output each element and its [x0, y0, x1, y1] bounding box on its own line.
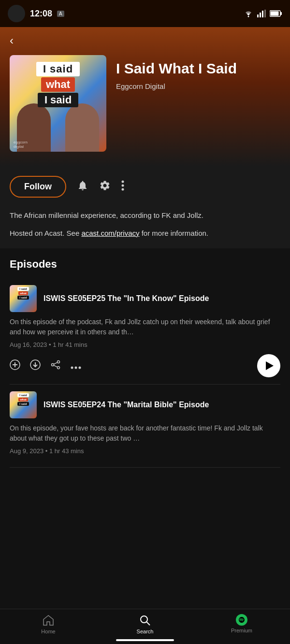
share-icon — [50, 359, 61, 370]
search-nav-icon — [139, 614, 151, 627]
podcast-creator: Eggcorn Digital — [116, 82, 280, 90]
podcast-cover: I said what I said eggcorndigital — [10, 55, 106, 152]
signal-icon — [257, 10, 266, 17]
episode-sep: • — [49, 341, 53, 348]
episode-duration: 1 hr 41 mins — [53, 341, 87, 348]
nav-item-home[interactable]: Home — [29, 614, 68, 634]
cover-watermark: eggcorndigital — [14, 140, 28, 149]
svg-point-22 — [75, 366, 77, 369]
episode-date: Aug 16, 2023 — [10, 341, 47, 348]
episode-item: I said what I said ISWIS SE05EP24 The "M… — [10, 385, 280, 468]
episode-description: On this episode, your fave hosts are bac… — [10, 423, 280, 444]
nav-item-premium[interactable]: Premium — [222, 614, 261, 634]
svg-point-17 — [52, 363, 54, 366]
episode-title: ISWIS SE05EP24 The "Marital Bible" Episo… — [44, 400, 280, 410]
bell-icon — [77, 180, 88, 191]
share-episode-button[interactable] — [50, 359, 61, 372]
svg-line-20 — [54, 365, 57, 367]
wifi-icon — [244, 10, 253, 17]
episode-meta: Aug 9, 2023 • 1 hr 43 mins — [10, 447, 280, 455]
episode-action-left — [10, 359, 81, 372]
svg-point-21 — [71, 366, 73, 369]
download-episode-button[interactable] — [30, 359, 41, 372]
status-avatar — [8, 5, 25, 22]
episodes-title: Episodes — [10, 258, 280, 271]
cover-text-line2: what — [41, 77, 75, 92]
svg-line-19 — [54, 362, 57, 364]
svg-point-0 — [248, 16, 249, 17]
play-episode-button[interactable] — [257, 354, 280, 377]
follow-button[interactable]: Follow — [10, 176, 66, 198]
download-icon — [30, 359, 41, 370]
svg-point-8 — [122, 180, 124, 183]
cover-figure-right — [65, 103, 99, 152]
episodes-section: Episodes I said what I said ISWIS SE05EP… — [0, 248, 290, 516]
svg-rect-6 — [280, 12, 282, 15]
episode-thumb: I said what I said — [10, 285, 37, 312]
hosted-suffix: for more information. — [139, 229, 208, 237]
svg-point-18 — [58, 366, 60, 369]
episode-top: I said what I said ISWIS SE05EP24 The "M… — [10, 391, 280, 418]
gear-icon — [99, 180, 111, 191]
episode-description: On this episode of the podcast, Fk and J… — [10, 317, 280, 337]
description-hosted: Hosted on Acast. See acast.com/privacy f… — [10, 228, 280, 239]
podcast-info: I said what I said eggcorndigital I Said… — [10, 55, 280, 152]
podcast-header: ‹ I said what I said eggcorndigital I Sa… — [0, 27, 290, 166]
episode-actions — [10, 354, 280, 377]
svg-rect-3 — [262, 11, 263, 17]
svg-point-9 — [122, 184, 124, 186]
more-options-button[interactable] — [121, 180, 124, 194]
svg-point-16 — [58, 360, 60, 363]
nav-item-search[interactable]: Search — [126, 614, 164, 634]
nav-label-home: Home — [41, 629, 55, 634]
battery-icon — [270, 10, 282, 17]
status-left: 12:08 A — [8, 5, 64, 22]
play-icon — [266, 361, 274, 370]
svg-rect-4 — [264, 10, 266, 17]
cover-text-line1: I said — [36, 62, 80, 76]
episode-item: I said what I said ISWIS SE05EP25 The "I… — [10, 278, 280, 385]
svg-point-23 — [79, 366, 81, 369]
nav-label-premium: Premium — [231, 628, 252, 633]
nav-label-search: Search — [137, 629, 154, 634]
episode-sep: • — [45, 447, 49, 455]
svg-point-10 — [122, 188, 124, 190]
more-episode-button[interactable] — [71, 360, 81, 372]
episode-thumb: I said what I said — [10, 391, 37, 418]
status-time: 12:08 — [30, 9, 52, 19]
status-indicator: A — [57, 11, 64, 17]
home-icon — [42, 614, 55, 627]
podcast-meta: I Said What I Said Eggcorn Digital — [116, 55, 280, 90]
episode-duration: 1 hr 43 mins — [49, 447, 84, 455]
status-bar: 12:08 A — [0, 0, 290, 27]
description-section: The African millennial experience, accor… — [0, 202, 290, 248]
svg-line-25 — [147, 622, 150, 626]
home-indicator — [116, 639, 174, 641]
svg-point-24 — [141, 616, 147, 623]
spotify-logo — [238, 616, 245, 623]
add-episode-button[interactable] — [10, 359, 20, 372]
episode-title: ISWIS SE05EP25 The "In The Know" Episode — [44, 294, 280, 304]
cover-title-block: I said what I said — [36, 62, 80, 107]
svg-rect-7 — [271, 12, 279, 16]
back-button[interactable]: ‹ — [10, 34, 14, 47]
svg-rect-1 — [257, 14, 259, 17]
episode-top: I said what I said ISWIS SE05EP25 The "I… — [10, 285, 280, 312]
spotify-icon — [236, 614, 247, 626]
more-horiz-icon — [71, 366, 81, 369]
episode-date: Aug 9, 2023 — [10, 447, 44, 455]
podcast-title: I Said What I Said — [116, 60, 280, 77]
actions-row: Follow — [0, 166, 290, 202]
more-icon — [121, 180, 124, 191]
cover-text-line3: I said — [38, 93, 78, 107]
episode-meta: Aug 16, 2023 • 1 hr 41 mins — [10, 341, 280, 348]
notifications-button[interactable] — [77, 180, 88, 194]
status-icons — [244, 10, 282, 17]
acast-link[interactable]: acast.com/privacy — [81, 229, 139, 237]
description-text: The African millennial experience, accor… — [10, 210, 280, 221]
svg-rect-2 — [260, 13, 261, 17]
add-icon — [10, 359, 20, 370]
hosted-prefix: Hosted on Acast. See — [10, 229, 81, 237]
settings-button[interactable] — [99, 180, 111, 194]
